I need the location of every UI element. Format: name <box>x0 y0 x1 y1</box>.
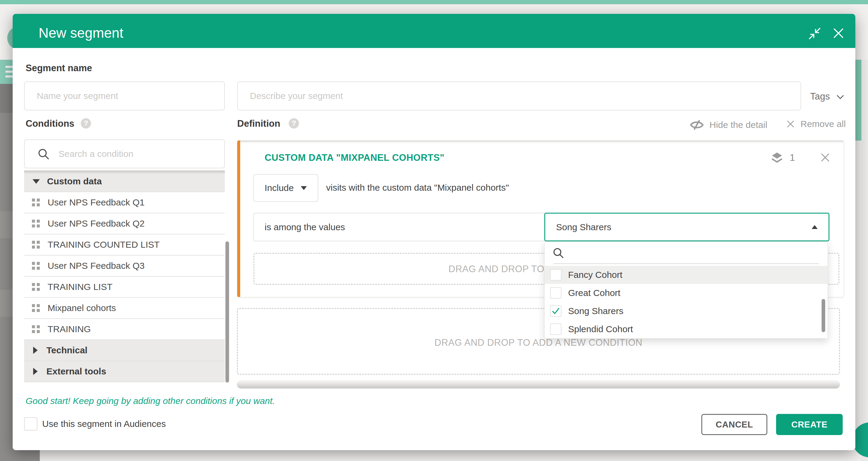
condition-group-custom-data[interactable]: Custom data <box>24 171 225 192</box>
background-right-panel <box>861 60 868 461</box>
values-dropdown-panel: Fancy Cohort Great Cohort Song Sharers S… <box>544 241 828 339</box>
search-icon[interactable] <box>552 247 564 259</box>
group-label: External tools <box>46 366 106 377</box>
condition-item-label: Mixpanel cohorts <box>48 303 116 313</box>
definition-horizontal-scrollbar[interactable] <box>237 381 840 388</box>
values-select[interactable]: Song Sharers <box>544 213 830 241</box>
segment-name-label: Segment name <box>26 63 92 74</box>
background-top-bar <box>0 0 868 4</box>
background-right-strip <box>855 60 861 141</box>
minimize-icon[interactable] <box>808 27 822 40</box>
eye-off-icon <box>689 119 704 131</box>
option-label: Great Cohort <box>568 288 620 298</box>
x-icon <box>785 119 796 129</box>
hide-detail-button[interactable]: Hide the detail <box>689 119 767 131</box>
include-select[interactable]: Include <box>253 174 318 202</box>
card-top-shadow <box>240 141 844 143</box>
drag-handle-icon <box>32 283 40 291</box>
conditions-title: Conditions <box>26 118 74 129</box>
checkbox-checked[interactable] <box>550 305 561 317</box>
close-icon[interactable] <box>831 26 846 40</box>
condition-sentence: visits with the custom data "Mixpanel co… <box>326 182 509 193</box>
caret-down-icon <box>301 186 307 190</box>
segment-name-input[interactable] <box>24 82 225 110</box>
operator-value: is among the values <box>265 222 345 232</box>
condition-item[interactable]: TRAINING COUNTED LIST <box>24 234 225 256</box>
condition-item[interactable]: Mixpanel cohorts <box>24 298 225 319</box>
values-options: Fancy Cohort Great Cohort Song Sharers S… <box>545 266 828 338</box>
option-song-sharers[interactable]: Song Sharers <box>545 302 828 320</box>
caret-up-icon <box>812 225 818 229</box>
condition-item-label: User NPS Feedback Q1 <box>48 197 145 208</box>
modal-title: New segment <box>38 25 123 41</box>
help-icon[interactable]: ? <box>81 118 91 128</box>
progress-hint: Good start! Keep going by adding other c… <box>26 396 275 406</box>
option-fancy-cohort[interactable]: Fancy Cohort <box>545 266 828 284</box>
condition-group-external-tools[interactable]: External tools <box>24 361 225 382</box>
new-condition-hint: DRAG AND DROP TO ADD A NEW CONDITION <box>237 337 840 348</box>
dropdown-scrollbar[interactable] <box>822 299 825 332</box>
condition-list-scrollbar[interactable] <box>225 241 229 382</box>
condition-item-label: TRAINING <box>48 324 91 334</box>
option-great-cohort[interactable]: Great Cohort <box>545 284 828 302</box>
values-select-value: Song Sharers <box>556 222 611 232</box>
checkbox-unchecked[interactable] <box>550 269 561 281</box>
modal-header <box>13 14 855 48</box>
remove-condition-icon[interactable] <box>819 151 831 164</box>
drag-handle-icon <box>32 304 40 312</box>
include-value: Include <box>265 183 294 193</box>
condition-item-label: User NPS Feedback Q3 <box>48 261 145 271</box>
group-label: Technical <box>46 345 87 355</box>
option-label: Song Sharers <box>568 306 623 316</box>
condition-item[interactable]: TRAINING LIST <box>24 277 225 298</box>
condition-search-box[interactable]: Search a condition <box>24 139 225 168</box>
divider <box>554 263 819 264</box>
create-button[interactable]: CREATE <box>776 414 843 435</box>
condition-item[interactable]: User NPS Feedback Q2 <box>24 213 225 234</box>
search-icon <box>37 147 50 161</box>
condition-item[interactable]: User NPS Feedback Q3 <box>24 256 225 277</box>
group-label: Custom data <box>47 176 102 186</box>
remove-all-button[interactable]: Remove all <box>785 119 846 129</box>
caret-right-icon <box>33 368 38 375</box>
drag-handle-icon <box>32 199 40 206</box>
checkbox-unchecked[interactable] <box>550 323 561 335</box>
layers-icon <box>770 151 784 164</box>
definition-title: Definition <box>237 118 280 129</box>
drag-handle-icon <box>32 220 40 228</box>
caret-down-icon <box>33 179 40 184</box>
condition-search-placeholder: Search a condition <box>59 149 133 159</box>
stack-count: 1 <box>789 152 795 163</box>
segment-description-input[interactable] <box>237 82 801 110</box>
condition-item-label: User NPS Feedback Q2 <box>48 219 145 229</box>
hide-detail-label: Hide the detail <box>710 120 767 130</box>
option-label: Splendid Cohort <box>568 324 633 334</box>
condition-item-label: TRAINING LIST <box>48 282 113 292</box>
drag-handle-icon <box>32 262 40 270</box>
audiences-checkbox[interactable] <box>24 417 37 431</box>
tags-dropdown[interactable]: Tags <box>810 91 830 102</box>
cancel-button[interactable]: CANCEL <box>701 414 767 435</box>
check-icon <box>551 307 560 316</box>
caret-right-icon <box>33 347 38 354</box>
drag-handle-icon <box>32 241 40 249</box>
condition-item[interactable]: TRAINING <box>24 319 225 340</box>
help-icon[interactable]: ? <box>289 118 299 128</box>
tags-label: Tags <box>810 91 830 102</box>
audiences-checkbox-label: Use this segment in Audiences <box>42 419 166 429</box>
condition-stack[interactable]: 1 <box>770 151 795 164</box>
screen: New segment Segment name Tags Conditions… <box>0 0 868 461</box>
checkbox-unchecked[interactable] <box>550 287 561 299</box>
condition-group-technical[interactable]: Technical <box>24 340 225 361</box>
option-label: Fancy Cohort <box>568 270 622 280</box>
remove-all-label: Remove all <box>801 119 846 129</box>
chevron-down-icon[interactable] <box>834 92 846 102</box>
condition-item[interactable]: User NPS Feedback Q1 <box>24 192 225 213</box>
drag-handle-icon <box>32 325 40 333</box>
condition-item-label: TRAINING COUNTED LIST <box>48 239 160 250</box>
list-top-shadow <box>24 170 225 174</box>
condition-card-title: CUSTOM DATA "MIXPANEL COHORTS" <box>265 152 444 163</box>
condition-list: Custom data User NPS Feedback Q1 User NP… <box>24 171 225 382</box>
option-splendid-cohort[interactable]: Splendid Cohort <box>545 320 828 338</box>
